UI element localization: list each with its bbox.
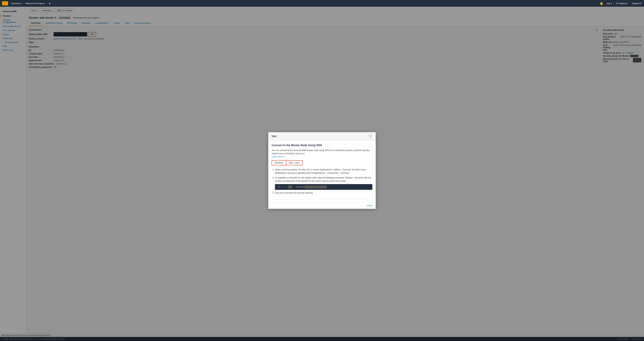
mac-linux-tab[interactable]: Mac / Linux xyxy=(286,160,303,165)
ssh-modal: SSH ✕ Connect to the Master Node Using S… xyxy=(268,132,376,209)
ssh-command: ssh -i ~/ hadoop@ xyxy=(275,184,372,190)
learn-more-link[interactable]: Learn more xyxy=(272,156,282,158)
modal-overlay[interactable]: SSH ✕ Connect to the Master Node Using S… xyxy=(0,0,644,337)
modal-title: SSH xyxy=(272,135,276,138)
bell-icon[interactable]: 🔔 xyxy=(600,2,603,5)
modal-description: You can connect to the Amazon EMR master… xyxy=(272,149,372,158)
modal-footer: Close xyxy=(268,202,376,209)
aws-logo xyxy=(2,1,8,5)
modal-close-button[interactable]: ✕ xyxy=(368,134,372,138)
step-3: Type yes to dismiss the security warning… xyxy=(275,191,372,195)
support-menu[interactable]: Support ▾ xyxy=(631,2,642,5)
step-1: Open a terminal window. On Mac OS X, cho… xyxy=(275,168,372,175)
modal-body: Connect to the Master Node Using SSH You… xyxy=(268,140,376,199)
windows-tab[interactable]: Windows xyxy=(272,160,286,165)
star-icon[interactable]: ★ xyxy=(48,2,51,5)
modal-header: SSH ✕ xyxy=(268,132,376,140)
user-menu[interactable]: jmp ▾ xyxy=(606,2,612,5)
region-menu[interactable]: N. Virginia ▾ xyxy=(615,2,628,5)
top-nav: Services ▾ Resource Groups ▾ ★ 🔔 jmp ▾ N… xyxy=(0,0,644,7)
services-nav[interactable]: Services ▾ xyxy=(11,2,22,5)
modal-main-title: Connect to the Master Node Using SSH xyxy=(272,144,372,147)
modal-close-footer-button[interactable]: Close xyxy=(367,204,372,207)
resource-groups-nav[interactable]: Resource Groups ▾ xyxy=(25,2,45,5)
learn-more-ext-icon: ↗ xyxy=(283,156,285,158)
modal-steps: Open a terminal window. On Mac OS X, cho… xyxy=(272,168,372,195)
modal-divider xyxy=(272,199,372,202)
step-2: To establish a connection to the master … xyxy=(275,176,372,190)
os-tab-bar: Windows Mac / Linux xyxy=(272,160,372,165)
